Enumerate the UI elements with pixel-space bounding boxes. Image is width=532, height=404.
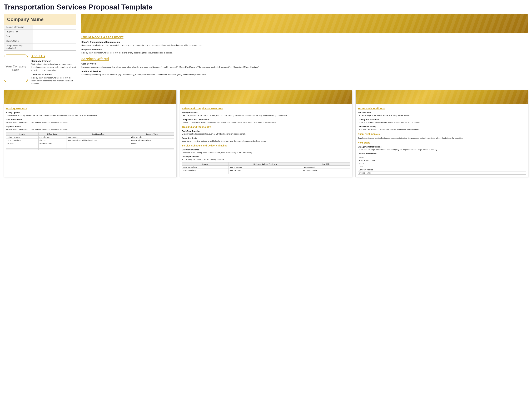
- terms-banner: [355, 90, 528, 104]
- solutions-text: List key team members who will work with…: [81, 51, 528, 54]
- contact-cell: Website / Links: [358, 172, 507, 175]
- pricing-cell: Amount: [130, 142, 174, 145]
- terms-card: Terms and Conditions Service Scope Defin…: [355, 90, 528, 177]
- info-value: [33, 34, 76, 39]
- pricing-cell: Freight Transport: [6, 135, 39, 139]
- schedule-cell: Within 4-8 Hours: [228, 166, 302, 169]
- pricing-content: Pricing Structure Billing Options Outlin…: [4, 106, 177, 152]
- info-label: Proposal Title: [4, 30, 33, 34]
- scope-text: Define the scope of each service here, s…: [358, 114, 526, 117]
- safety-banner: [180, 90, 352, 104]
- info-table-row: Proposal Title: [4, 30, 76, 34]
- requirements-heading: Client's Transportation Requirements: [81, 41, 528, 43]
- liability-heading: Liability and Insurance: [358, 119, 526, 121]
- contact-cell: [507, 165, 526, 168]
- contact-table: NameRole / Position / TitlePhoneEmailCom…: [358, 156, 526, 175]
- right-panel: Client Needs Assessment Client's Transpo…: [81, 14, 528, 85]
- about-section: Your Company Logo About Us Company Overv…: [4, 55, 76, 85]
- reporting-heading: Reporting Tools: [182, 137, 350, 139]
- additional-text: Include any secondary services you offer…: [81, 73, 528, 76]
- pricing-cell: Brief Description: [39, 142, 67, 145]
- contact-cell: [507, 159, 526, 162]
- schedule-header-row: ServiceEstimated Delivery TimeframeAvail…: [182, 162, 350, 166]
- contact-cell: [507, 168, 526, 172]
- pricing-cell: [39, 146, 67, 147]
- bottom-cards: Pricing Structure Billing Options Outlin…: [4, 90, 528, 177]
- schedule-row: [182, 173, 350, 174]
- billing-text: Outline available pricing models, like p…: [6, 114, 174, 117]
- company-name: Company Name: [7, 17, 73, 22]
- schedule-col-header: Service: [182, 162, 228, 166]
- schedule-cell: Monday to Saturday: [302, 169, 350, 172]
- about-title: About Us: [31, 55, 76, 58]
- requirements-text: Summarize the client's specific transpor…: [81, 44, 528, 47]
- info-table-row: Company Name (if applicable): [4, 44, 76, 51]
- schedule-cell: [228, 172, 302, 173]
- contact-cell: Name: [358, 156, 507, 159]
- pricing-cell: Service 3: [6, 142, 39, 145]
- info-table-row: Date: [4, 34, 76, 39]
- pricing-cell: [130, 146, 174, 147]
- info-value: [33, 39, 76, 44]
- pricing-cell: [39, 148, 67, 150]
- delivery-text: Outline expected delivery times for each…: [182, 151, 350, 154]
- pricing-card: Pricing Structure Billing Options Outlin…: [4, 90, 177, 177]
- team-heading: Team and Expertise: [31, 73, 76, 76]
- schedule-cell: [302, 172, 350, 173]
- schedule-col-header: Estimated Delivery Timeframe: [228, 162, 302, 166]
- schedule-cell: 7 Days per Week: [302, 166, 350, 169]
- info-value: [33, 25, 76, 30]
- pricing-cell: Per-Mile Rate: [39, 135, 67, 139]
- schedule-text: For recurring shipments, provide a deliv…: [182, 158, 350, 161]
- pricing-cell: [6, 145, 39, 146]
- pricing-cell: [6, 147, 39, 148]
- realtime-heading: Real-Time Tracking: [182, 130, 350, 132]
- schedule-col-header: Availability: [302, 162, 350, 166]
- pricing-row: [6, 147, 174, 148]
- cost-text: Provide a clear breakdown of costs for e…: [6, 121, 174, 124]
- safety-card: Safety and Compliance Measures Safety Pr…: [180, 90, 353, 177]
- additional-heading: Additional Services: [81, 70, 528, 73]
- pricing-row: [6, 148, 174, 150]
- pricing-row: Service 3Brief DescriptionAmount: [6, 142, 174, 145]
- safety-text: Describe your company's safety practices…: [182, 114, 350, 117]
- contact-cell: [507, 172, 526, 175]
- contact-cell: Role / Position / Title: [358, 159, 507, 162]
- pricing-cell: [39, 147, 67, 148]
- pricing-cell: [67, 146, 130, 147]
- pricing-cell: [67, 148, 130, 150]
- engagement-text: Outline the next steps for the client, s…: [358, 148, 526, 151]
- schedule-cell: [182, 172, 228, 173]
- solutions-heading: Proposed Solutions: [81, 48, 528, 51]
- info-table: Contact InformationProposal TitleDateCli…: [4, 25, 76, 51]
- scope-heading: Service Scope: [358, 112, 526, 114]
- contact-row: Role / Position / Title: [358, 159, 526, 162]
- pricing-cell: [130, 147, 174, 148]
- logo-text: Your Company Logo: [4, 65, 28, 72]
- terms-title: Terms and Conditions: [358, 107, 526, 110]
- contact-row: Company Address: [358, 168, 526, 172]
- contact-row: Website / Links: [358, 172, 526, 175]
- pricing-cell: Billed per Mile: [130, 135, 174, 139]
- pricing-cell: [67, 142, 130, 145]
- schedule-cell: [302, 173, 350, 174]
- info-label: Date: [4, 34, 33, 39]
- info-value: [33, 44, 76, 51]
- testimonials-text: If applicable, include positive feedback…: [358, 137, 526, 140]
- info-table-row: Client's Name: [4, 39, 76, 44]
- testimonials-title: Client Testimonials: [358, 133, 526, 135]
- cost-heading: Cost Breakdown: [6, 119, 174, 121]
- page-title: Transportation Services Proposal Templat…: [4, 3, 528, 11]
- pricing-title: Pricing Structure: [6, 107, 174, 110]
- cancellation-text: Detail your cancellation or rescheduling…: [358, 128, 526, 131]
- about-text: About Us Company Overview Write a brief …: [31, 55, 76, 85]
- schedule-cell: [228, 173, 302, 174]
- pricing-col-header: Billing Option: [39, 132, 67, 135]
- pricing-cell: Rate per Mile: [67, 135, 130, 139]
- client-needs-title: Client Needs Assessment: [81, 35, 528, 39]
- tracking-title: Tracking and Technology: [182, 126, 350, 128]
- core-heading: Core Services: [81, 63, 528, 65]
- pricing-table: ServiceBilling OptionCost BreakdownPayme…: [6, 132, 174, 150]
- contact-heading: Contact Information: [358, 153, 526, 155]
- info-label: Client's Name: [4, 39, 33, 44]
